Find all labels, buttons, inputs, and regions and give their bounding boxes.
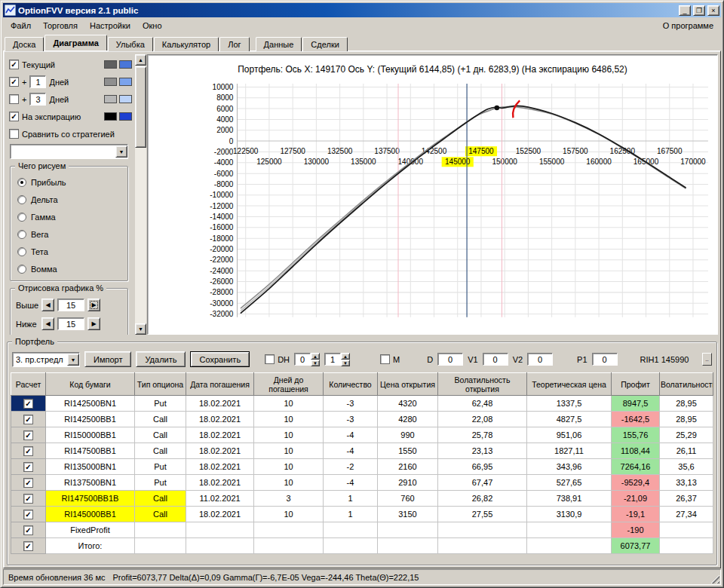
cell-theoretical-price[interactable]: 1337,5 — [527, 396, 612, 412]
cell-profit[interactable]: 155,76 — [612, 427, 660, 443]
decrease-button[interactable]: ◀ — [41, 299, 54, 311]
column-header[interactable]: Расчет — [11, 373, 46, 396]
cell-volatility[interactable]: 33,13 — [660, 475, 713, 491]
menu-about[interactable]: О программе — [657, 19, 719, 32]
cell-expiry-date[interactable]: 18.02.2021 — [186, 427, 254, 443]
cell-code[interactable]: Итого: — [46, 538, 135, 554]
scroll-up-icon[interactable]: ▲ — [135, 54, 146, 66]
table-row[interactable]: ✓RI145000BB1Call18.02.2021101315027,5531… — [11, 507, 713, 522]
row-checkbox-cell[interactable]: ✓ — [11, 459, 46, 475]
series-toggle-plus3[interactable]: +3Дней — [8, 90, 134, 108]
row-checkbox-cell[interactable]: ✓ — [11, 396, 46, 412]
draw-option[interactable]: Прибыль — [14, 173, 124, 191]
cell-open-price[interactable]: 1550 — [378, 443, 438, 459]
cell-days-to-expiry[interactable]: 10 — [254, 459, 324, 475]
cell-days-to-expiry[interactable] — [254, 522, 324, 538]
column-header[interactable]: Количество — [324, 373, 378, 396]
tab-deals[interactable]: Сделки — [302, 37, 348, 51]
series-checkbox[interactable]: ✓ — [9, 60, 19, 69]
cell-option-type[interactable]: Put — [135, 459, 186, 475]
cell-expiry-date[interactable] — [186, 522, 254, 538]
cell-days-to-expiry[interactable]: 10 — [254, 443, 324, 459]
scrollbar-track[interactable] — [135, 66, 146, 323]
cell-quantity[interactable]: -4 — [324, 443, 378, 459]
cell-open-price[interactable]: 760 — [378, 491, 438, 507]
cell-theoretical-price[interactable] — [527, 522, 612, 538]
row-checkbox[interactable]: ✓ — [23, 399, 33, 409]
cell-quantity[interactable]: -3 — [324, 396, 378, 412]
cell-days-to-expiry[interactable]: 10 — [254, 475, 324, 491]
decrease-button[interactable]: ◀ — [41, 317, 54, 330]
field-input-v2[interactable]: 0 — [527, 353, 553, 366]
render-value[interactable]: 15 — [57, 317, 84, 330]
cell-expiry-date[interactable] — [186, 538, 254, 554]
spin-down-icon[interactable]: ▼ — [311, 360, 320, 366]
cell-volatility[interactable]: 26,11 — [660, 443, 713, 459]
cell-option-type[interactable]: Call — [135, 412, 186, 427]
cell-profit[interactable]: -9529,4 — [612, 475, 660, 491]
cell-theoretical-price[interactable]: 4827,5 — [527, 412, 612, 427]
minimize-icon[interactable]: _ — [679, 5, 691, 16]
more-button[interactable]: .. — [702, 353, 712, 366]
series-toggle-current[interactable]: ✓Текущий — [8, 56, 134, 73]
cell-expiry-date[interactable]: 18.02.2021 — [186, 412, 254, 427]
table-row[interactable]: ✓RI142500BN1Put18.02.202110-3432062,4813… — [11, 396, 713, 412]
cell-quantity[interactable]: -4 — [324, 475, 378, 491]
row-checkbox[interactable]: ✓ — [23, 462, 33, 472]
column-header[interactable]: Цена открытия — [378, 373, 438, 396]
cell-code[interactable]: RI142500BB1 — [46, 412, 135, 427]
row-checkbox[interactable]: ✓ — [23, 525, 33, 535]
cell-code[interactable]: RI145000BB1 — [46, 507, 135, 522]
cell-volatility[interactable]: 28,95 — [660, 396, 713, 412]
row-checkbox-cell[interactable]: ✓ — [11, 443, 46, 459]
scroll-down-icon[interactable]: ▼ — [135, 323, 146, 335]
cell-open-volatility[interactable]: 22,08 — [438, 412, 527, 427]
tab-data[interactable]: Данные — [256, 37, 302, 51]
cell-expiry-date[interactable]: 18.02.2021 — [186, 475, 254, 491]
cell-expiry-date[interactable]: 18.02.2021 — [186, 459, 254, 475]
days-input[interactable]: 3 — [29, 93, 46, 106]
cell-profit[interactable]: 1108,44 — [612, 443, 660, 459]
cell-volatility[interactable]: 25,29 — [660, 427, 713, 443]
compare-checkbox[interactable] — [9, 129, 19, 139]
column-header[interactable]: Профит — [612, 373, 660, 396]
m-checkbox[interactable]: M — [380, 354, 400, 364]
draw-option[interactable]: Вомма — [14, 260, 124, 277]
cell-profit[interactable]: 6073,77 — [612, 538, 660, 554]
row-checkbox-cell[interactable]: ✓ — [11, 491, 46, 507]
series-checkbox[interactable]: ✓ — [9, 112, 19, 121]
cell-quantity[interactable]: -4 — [324, 427, 378, 443]
cell-open-volatility[interactable]: 66,95 — [438, 459, 527, 475]
dh-spinner-2-value[interactable]: 1 — [324, 353, 341, 366]
spin-up-icon[interactable]: ▲ — [341, 353, 350, 360]
row-checkbox[interactable]: ✓ — [23, 541, 33, 551]
row-checkbox[interactable]: ✓ — [23, 478, 33, 488]
cell-option-type[interactable]: Put — [135, 475, 186, 491]
cell-open-volatility[interactable]: 67,47 — [438, 475, 527, 491]
cell-expiry-date[interactable]: 18.02.2021 — [186, 396, 254, 412]
cell-option-type[interactable]: Call — [135, 507, 186, 522]
cell-volatility[interactable] — [660, 522, 713, 538]
row-checkbox-cell[interactable]: ✓ — [11, 427, 46, 443]
row-checkbox[interactable]: ✓ — [23, 446, 33, 456]
cell-option-type[interactable] — [135, 538, 186, 554]
cell-code[interactable]: RI147500BB1B — [46, 491, 135, 507]
spin-up-icon[interactable]: ▲ — [311, 353, 320, 360]
row-checkbox[interactable]: ✓ — [23, 430, 33, 440]
render-value[interactable]: 15 — [57, 299, 84, 311]
field-input-d[interactable]: 0 — [437, 353, 463, 366]
delete-button[interactable]: Удалить — [136, 351, 186, 367]
field-input-v1[interactable]: 0 — [483, 353, 508, 366]
cell-open-price[interactable]: 3150 — [378, 507, 438, 522]
dh-spinner-1-value[interactable]: 0 — [294, 353, 311, 366]
row-checkbox[interactable]: ✓ — [23, 415, 33, 424]
cell-code[interactable]: FixedProfit — [46, 522, 135, 538]
cell-code[interactable]: RI137500BN1 — [46, 475, 135, 491]
menu-settings[interactable]: Настройки — [84, 19, 137, 32]
cell-profit[interactable]: 8947,5 — [612, 396, 660, 412]
cell-option-type[interactable]: Call — [135, 491, 186, 507]
cell-open-price[interactable]: 2910 — [378, 475, 438, 491]
column-header[interactable]: Код бумаги — [46, 373, 135, 396]
series-toggle-plus1[interactable]: ✓+1Дней — [8, 73, 134, 90]
cell-quantity[interactable] — [324, 522, 378, 538]
